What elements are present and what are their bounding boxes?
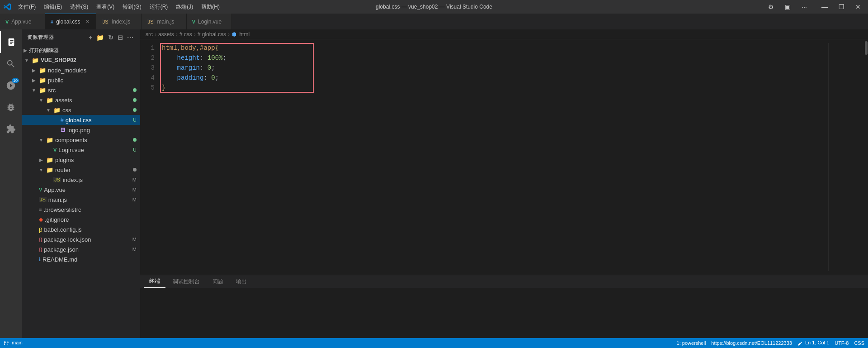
vue-icon: V	[192, 19, 195, 24]
file-label: package.json	[44, 246, 130, 253]
token-space	[162, 63, 177, 73]
breadcrumb-globalcss[interactable]: # global.css	[198, 31, 226, 38]
editor-area: 1 2 3 4 5 html,body,#app{	[140, 39, 864, 275]
panel-tabs: 终端 调试控制台 问题 输出	[140, 275, 868, 288]
breadcrumb: src › assets › # css › # global.css › ht…	[140, 29, 868, 39]
menu-view[interactable]: 查看(V)	[93, 2, 118, 12]
code-content: html,body,#app{ height: 100%; margin: 0;…	[162, 43, 828, 271]
language-mode[interactable]: CSS	[854, 340, 864, 346]
tree-public[interactable]: ▶ 📁 public	[22, 75, 140, 85]
tree-main-js[interactable]: ▶ JS main.js M	[22, 195, 140, 205]
panel-tab-output[interactable]: 输出	[231, 275, 252, 288]
tab-label: 调试控制台	[173, 278, 200, 286]
tab-close-icon[interactable]: ×	[85, 18, 90, 25]
project-root[interactable]: ▼ 📁 VUE_SHOP02	[22, 55, 140, 65]
arrow-icon: ▼	[38, 98, 44, 103]
git-badge: 10	[12, 78, 19, 83]
expand-arrow: ▼	[24, 58, 30, 63]
tab-app-vue[interactable]: V App.vue	[0, 14, 45, 29]
blog-link[interactable]: https://blog.csdn.net/EOL111222333	[711, 340, 792, 346]
activity-debug[interactable]	[0, 96, 22, 118]
tree-router[interactable]: ▼ 📁 router	[22, 165, 140, 175]
tree-package-json[interactable]: ▶ {} package.json M	[22, 244, 140, 254]
tree-gitignore[interactable]: ▶ ◆ .gitignore	[22, 215, 140, 224]
new-folder-icon[interactable]: 📁	[95, 33, 105, 42]
file-label: css	[62, 107, 131, 114]
tree-login-vue[interactable]: ▶ V Login.vue U	[22, 145, 140, 155]
css-icon: #	[51, 19, 53, 24]
open-editors-section[interactable]: ▶ 打开的编辑器	[22, 45, 140, 55]
file-label: assets	[55, 97, 131, 104]
tree-global-css[interactable]: ▶ # global.css U	[22, 115, 140, 125]
code-editor[interactable]: 1 2 3 4 5 html,body,#app{	[140, 39, 864, 275]
minimize-button[interactable]: —	[818, 2, 831, 11]
json-icon: {}	[39, 237, 42, 242]
layout-icon[interactable]: ▣	[781, 2, 794, 11]
tree-src[interactable]: ▼ 📁 src	[22, 85, 140, 95]
activity-git[interactable]: 10	[0, 75, 22, 96]
git-status-badge: M	[132, 187, 140, 192]
close-button[interactable]: ✕	[852, 2, 864, 11]
menu-goto[interactable]: 转到(G)	[119, 2, 145, 12]
tree-components[interactable]: ▼ 📁 components	[22, 135, 140, 145]
panel-tab-problems[interactable]: 问题	[207, 275, 229, 288]
cursor-position[interactable]: Ln 1, Col 1	[797, 340, 829, 346]
activity-extensions[interactable]	[0, 118, 22, 140]
tree-readme[interactable]: ▶ ℹ README.md	[22, 254, 140, 264]
tab-global-css[interactable]: # global.css ×	[45, 14, 96, 29]
file-label: index.js	[63, 176, 131, 183]
breadcrumb-assets[interactable]: assets	[158, 31, 174, 38]
tree-browserslist[interactable]: ▶ ≡ .browserslistrc	[22, 205, 140, 215]
collapse-icon[interactable]: ⊟	[117, 33, 124, 42]
refresh-icon[interactable]: ↻	[107, 33, 115, 42]
modified-dot	[133, 98, 137, 102]
breadcrumb-html[interactable]: html	[231, 31, 250, 38]
status-bar: main 1: powershell https://blog.csdn.net…	[0, 338, 868, 348]
tab-label: 输出	[236, 278, 247, 286]
panel-tab-terminal[interactable]: 终端	[144, 275, 165, 288]
scrollbar-thumb[interactable]	[865, 41, 868, 55]
panel-tab-debug-console[interactable]: 调试控制台	[167, 275, 205, 288]
panel-content	[140, 288, 868, 338]
git-branch[interactable]: main	[4, 340, 23, 346]
menu-help[interactable]: 帮助(H)	[198, 2, 223, 12]
folder-icon: 📁	[39, 67, 46, 74]
activity-explorer[interactable]	[0, 31, 22, 53]
breadcrumb-css[interactable]: # css	[179, 31, 192, 38]
terminal-name[interactable]: 1: powershell	[677, 340, 706, 346]
tree-router-index-js[interactable]: ▶ JS index.js M	[22, 175, 140, 185]
tree-app-vue[interactable]: ▶ V App.vue M	[22, 185, 140, 195]
tree-logo-png[interactable]: ▶ 🖼 logo.png	[22, 125, 140, 135]
vertical-scrollbar[interactable]	[864, 39, 868, 275]
title-bar-menu[interactable]: 文件(F) 编辑(E) 选择(S) 查看(V) 转到(G) 运行(R) 终端(J…	[14, 2, 223, 12]
maximize-button[interactable]: ❐	[835, 2, 848, 11]
git-status-badge: U	[133, 117, 140, 123]
encoding[interactable]: UTF-8	[835, 340, 849, 346]
modified-dot	[133, 138, 137, 142]
menu-terminal[interactable]: 终端(J)	[172, 2, 197, 12]
tree-node-modules[interactable]: ▶ 📁 node_modules	[22, 65, 140, 75]
menu-file[interactable]: 文件(F)	[14, 2, 39, 12]
arrow-icon: ▶	[38, 157, 44, 162]
tree-plugins[interactable]: ▶ 📁 plugins	[22, 155, 140, 165]
activity-search[interactable]	[0, 53, 22, 75]
tab-index-js[interactable]: JS index.js	[96, 14, 142, 29]
breadcrumb-src[interactable]: src	[146, 31, 153, 38]
tab-login-vue[interactable]: V Login.vue	[187, 14, 232, 29]
menu-run[interactable]: 运行(R)	[146, 2, 172, 12]
tree-babel[interactable]: ▶ β babel.config.js	[22, 224, 140, 234]
tree-css-folder[interactable]: ▼ 📁 css	[22, 105, 140, 115]
title-bar-left: 文件(F) 编辑(E) 选择(S) 查看(V) 转到(G) 运行(R) 终端(J…	[4, 2, 223, 12]
settings-icon[interactable]: ⚙	[764, 2, 778, 11]
ellipsis-icon[interactable]: ···	[798, 2, 811, 11]
new-file-icon[interactable]: +	[88, 33, 94, 42]
tab-main-js[interactable]: JS main.js	[142, 14, 187, 29]
tab-label: global.css	[56, 19, 80, 25]
menu-edit[interactable]: 编辑(E)	[40, 2, 66, 12]
js-icon: JS	[53, 177, 61, 182]
menu-select[interactable]: 选择(S)	[66, 2, 92, 12]
file-label: README.md	[42, 256, 140, 263]
tree-assets[interactable]: ▼ 📁 assets	[22, 95, 140, 105]
tree-package-lock[interactable]: ▶ {} package-lock.json M	[22, 234, 140, 244]
ellipsis-icon[interactable]: ···	[126, 33, 135, 42]
